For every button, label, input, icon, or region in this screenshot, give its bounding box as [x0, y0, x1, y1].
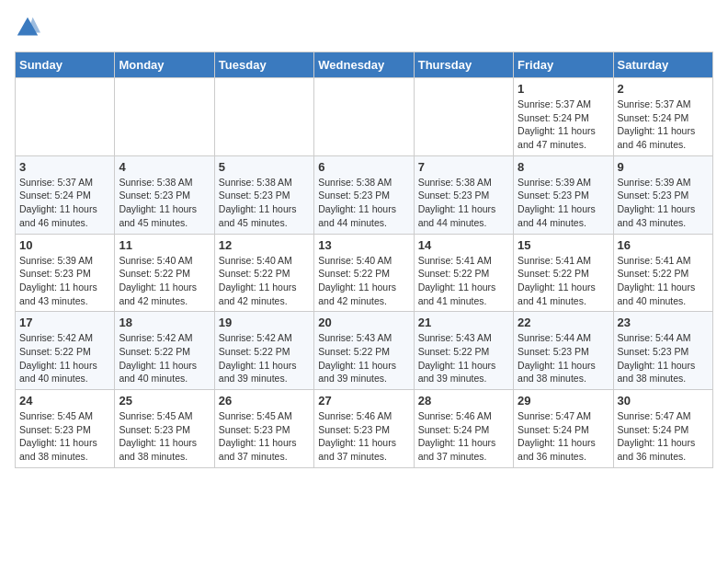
- calendar-cell: 27Sunrise: 5:46 AM Sunset: 5:23 PM Dayli…: [314, 390, 414, 468]
- calendar-cell: [214, 78, 313, 156]
- day-info: Sunrise: 5:43 AM Sunset: 5:22 PM Dayligh…: [318, 331, 409, 385]
- day-number: 26: [219, 394, 310, 408]
- calendar-cell: 21Sunrise: 5:43 AM Sunset: 5:22 PM Dayli…: [414, 312, 513, 390]
- calendar-cell: 1Sunrise: 5:37 AM Sunset: 5:24 PM Daylig…: [514, 78, 613, 156]
- day-info: Sunrise: 5:38 AM Sunset: 5:23 PM Dayligh…: [418, 176, 509, 230]
- day-number: 28: [418, 394, 509, 408]
- calendar-cell: 23Sunrise: 5:44 AM Sunset: 5:23 PM Dayli…: [613, 312, 712, 390]
- calendar-cell: [115, 78, 214, 156]
- day-info: Sunrise: 5:39 AM Sunset: 5:23 PM Dayligh…: [518, 176, 609, 230]
- day-number: 19: [219, 316, 310, 329]
- day-number: 9: [618, 160, 709, 174]
- calendar-cell: 8Sunrise: 5:39 AM Sunset: 5:23 PM Daylig…: [514, 155, 613, 234]
- calendar-cell: 5Sunrise: 5:38 AM Sunset: 5:23 PM Daylig…: [214, 155, 313, 234]
- day-number: 11: [119, 238, 210, 252]
- day-info: Sunrise: 5:46 AM Sunset: 5:24 PM Dayligh…: [418, 409, 509, 464]
- day-info: Sunrise: 5:37 AM Sunset: 5:24 PM Dayligh…: [618, 98, 709, 152]
- calendar-header: SundayMondayTuesdayWednesdayThursdayFrid…: [16, 52, 713, 78]
- calendar-cell: 9Sunrise: 5:39 AM Sunset: 5:23 PM Daylig…: [613, 155, 712, 234]
- day-info: Sunrise: 5:45 AM Sunset: 5:23 PM Dayligh…: [119, 409, 210, 464]
- calendar-week-2: 10Sunrise: 5:39 AM Sunset: 5:23 PM Dayli…: [16, 234, 713, 312]
- day-info: Sunrise: 5:38 AM Sunset: 5:23 PM Dayligh…: [119, 176, 210, 230]
- calendar-cell: 18Sunrise: 5:42 AM Sunset: 5:22 PM Dayli…: [115, 312, 214, 390]
- calendar-cell: 20Sunrise: 5:43 AM Sunset: 5:22 PM Dayli…: [314, 312, 414, 390]
- day-number: 29: [518, 394, 609, 408]
- calendar-cell: 6Sunrise: 5:38 AM Sunset: 5:23 PM Daylig…: [314, 155, 414, 234]
- day-info: Sunrise: 5:42 AM Sunset: 5:22 PM Dayligh…: [219, 331, 310, 385]
- logo: [15, 15, 44, 40]
- day-info: Sunrise: 5:42 AM Sunset: 5:22 PM Dayligh…: [19, 331, 110, 385]
- day-info: Sunrise: 5:40 AM Sunset: 5:22 PM Dayligh…: [219, 254, 310, 308]
- calendar-cell: [414, 78, 513, 156]
- day-number: 14: [418, 238, 509, 252]
- weekday-header-friday: Friday: [514, 52, 613, 78]
- day-info: Sunrise: 5:44 AM Sunset: 5:23 PM Dayligh…: [618, 331, 709, 385]
- calendar-week-0: 1Sunrise: 5:37 AM Sunset: 5:24 PM Daylig…: [16, 78, 713, 156]
- day-info: Sunrise: 5:41 AM Sunset: 5:22 PM Dayligh…: [418, 254, 509, 308]
- day-number: 23: [618, 316, 709, 329]
- logo-icon: [15, 15, 40, 40]
- calendar-cell: 7Sunrise: 5:38 AM Sunset: 5:23 PM Daylig…: [414, 155, 513, 234]
- calendar-cell: 13Sunrise: 5:40 AM Sunset: 5:22 PM Dayli…: [314, 234, 414, 312]
- day-number: 30: [618, 394, 709, 408]
- day-number: 12: [219, 238, 310, 252]
- weekday-header-thursday: Thursday: [414, 52, 513, 78]
- day-number: 13: [318, 238, 409, 252]
- calendar-cell: 25Sunrise: 5:45 AM Sunset: 5:23 PM Dayli…: [115, 390, 214, 468]
- day-info: Sunrise: 5:38 AM Sunset: 5:23 PM Dayligh…: [219, 176, 310, 230]
- day-info: Sunrise: 5:40 AM Sunset: 5:22 PM Dayligh…: [318, 254, 409, 308]
- day-info: Sunrise: 5:41 AM Sunset: 5:22 PM Dayligh…: [518, 254, 609, 308]
- day-number: 20: [318, 316, 409, 329]
- day-number: 22: [518, 316, 609, 329]
- calendar-cell: 22Sunrise: 5:44 AM Sunset: 5:23 PM Dayli…: [514, 312, 613, 390]
- calendar-cell: 29Sunrise: 5:47 AM Sunset: 5:24 PM Dayli…: [514, 390, 613, 468]
- day-number: 10: [19, 238, 110, 252]
- calendar-cell: 2Sunrise: 5:37 AM Sunset: 5:24 PM Daylig…: [613, 78, 712, 156]
- day-number: 1: [518, 82, 609, 96]
- day-info: Sunrise: 5:42 AM Sunset: 5:22 PM Dayligh…: [119, 331, 210, 385]
- day-info: Sunrise: 5:37 AM Sunset: 5:24 PM Dayligh…: [19, 176, 110, 230]
- day-number: 16: [618, 238, 709, 252]
- calendar-table: SundayMondayTuesdayWednesdayThursdayFrid…: [15, 52, 713, 468]
- day-info: Sunrise: 5:47 AM Sunset: 5:24 PM Dayligh…: [618, 409, 709, 464]
- calendar-cell: [16, 78, 115, 156]
- day-info: Sunrise: 5:46 AM Sunset: 5:23 PM Dayligh…: [318, 409, 409, 464]
- weekday-row: SundayMondayTuesdayWednesdayThursdayFrid…: [16, 52, 713, 78]
- weekday-header-saturday: Saturday: [613, 52, 712, 78]
- day-number: 7: [418, 160, 509, 174]
- calendar-cell: 10Sunrise: 5:39 AM Sunset: 5:23 PM Dayli…: [16, 234, 115, 312]
- day-number: 18: [119, 316, 210, 329]
- weekday-header-wednesday: Wednesday: [314, 52, 414, 78]
- day-number: 8: [518, 160, 609, 174]
- day-number: 25: [119, 394, 210, 408]
- day-number: 5: [219, 160, 310, 174]
- day-info: Sunrise: 5:43 AM Sunset: 5:22 PM Dayligh…: [418, 331, 509, 385]
- header: [15, 15, 713, 40]
- day-number: 24: [19, 394, 110, 408]
- calendar-cell: 19Sunrise: 5:42 AM Sunset: 5:22 PM Dayli…: [214, 312, 313, 390]
- calendar-cell: 17Sunrise: 5:42 AM Sunset: 5:22 PM Dayli…: [16, 312, 115, 390]
- calendar-cell: 4Sunrise: 5:38 AM Sunset: 5:23 PM Daylig…: [115, 155, 214, 234]
- calendar-cell: 16Sunrise: 5:41 AM Sunset: 5:22 PM Dayli…: [613, 234, 712, 312]
- calendar-cell: 11Sunrise: 5:40 AM Sunset: 5:22 PM Dayli…: [115, 234, 214, 312]
- weekday-header-sunday: Sunday: [16, 52, 115, 78]
- weekday-header-tuesday: Tuesday: [214, 52, 313, 78]
- day-number: 15: [518, 238, 609, 252]
- calendar-cell: 15Sunrise: 5:41 AM Sunset: 5:22 PM Dayli…: [514, 234, 613, 312]
- calendar-cell: 26Sunrise: 5:45 AM Sunset: 5:23 PM Dayli…: [214, 390, 313, 468]
- day-number: 6: [318, 160, 409, 174]
- day-number: 4: [119, 160, 210, 174]
- calendar-body: 1Sunrise: 5:37 AM Sunset: 5:24 PM Daylig…: [16, 78, 713, 468]
- day-info: Sunrise: 5:37 AM Sunset: 5:24 PM Dayligh…: [518, 98, 609, 152]
- calendar-cell: 30Sunrise: 5:47 AM Sunset: 5:24 PM Dayli…: [613, 390, 712, 468]
- day-info: Sunrise: 5:39 AM Sunset: 5:23 PM Dayligh…: [618, 176, 709, 230]
- day-number: 21: [418, 316, 509, 329]
- calendar-cell: 28Sunrise: 5:46 AM Sunset: 5:24 PM Dayli…: [414, 390, 513, 468]
- day-info: Sunrise: 5:44 AM Sunset: 5:23 PM Dayligh…: [518, 331, 609, 385]
- calendar-cell: 12Sunrise: 5:40 AM Sunset: 5:22 PM Dayli…: [214, 234, 313, 312]
- day-info: Sunrise: 5:39 AM Sunset: 5:23 PM Dayligh…: [19, 254, 110, 308]
- calendar-week-4: 24Sunrise: 5:45 AM Sunset: 5:23 PM Dayli…: [16, 390, 713, 468]
- day-info: Sunrise: 5:41 AM Sunset: 5:22 PM Dayligh…: [618, 254, 709, 308]
- day-number: 17: [19, 316, 110, 329]
- day-info: Sunrise: 5:40 AM Sunset: 5:22 PM Dayligh…: [119, 254, 210, 308]
